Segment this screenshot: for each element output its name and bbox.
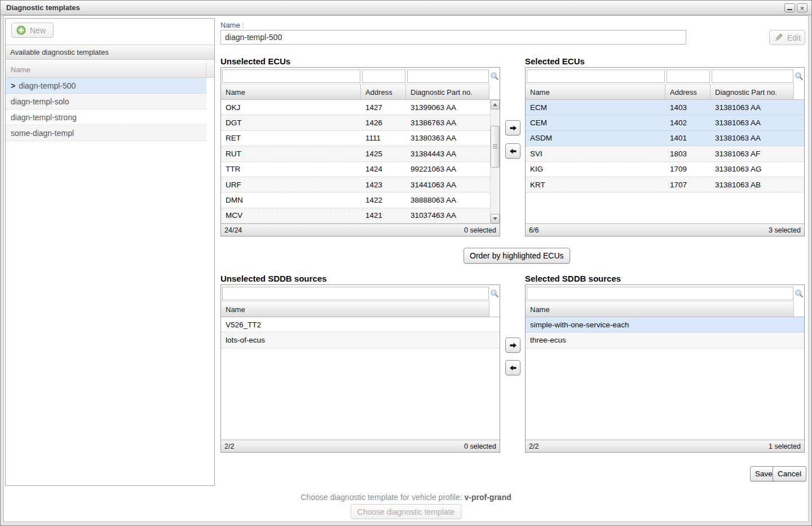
scroll-thumb[interactable] xyxy=(491,126,500,168)
selection-counter: 3 selected xyxy=(769,226,801,234)
vehicle-profile-text: Choose diagnostic template for vehicle p… xyxy=(301,493,462,502)
column-header[interactable]: Address xyxy=(665,84,710,100)
sidebar-template-item[interactable]: diagn-templ-solo xyxy=(6,94,206,109)
filter-input[interactable] xyxy=(362,69,405,83)
table-row[interactable]: RET111131380363 AA xyxy=(221,131,490,146)
table-cell: CEM xyxy=(526,119,665,127)
table-row[interactable]: MCV142131037463 AA xyxy=(221,208,490,223)
table-row[interactable]: URF142331441063 AA xyxy=(221,177,490,192)
vehicle-profile-line: Choose diagnostic template for vehicle p… xyxy=(1,493,811,502)
table-row[interactable]: V526_TT2 xyxy=(221,317,500,332)
table-cell: 1401 xyxy=(665,134,710,142)
table-cell: 31381063 AA xyxy=(710,103,794,112)
sidebar-template-item[interactable]: >diagn-templ-500 xyxy=(6,78,206,94)
row-counter: 2/2 xyxy=(224,442,234,450)
move-sddb-left-button[interactable] xyxy=(505,360,520,375)
scroll-down-button[interactable] xyxy=(491,214,500,223)
filter-input[interactable] xyxy=(667,69,710,83)
row-counter: 24/24 xyxy=(224,226,242,234)
table-cell: 31381063 AG xyxy=(710,165,794,173)
filter-input[interactable] xyxy=(222,69,360,83)
table-cell: 1707 xyxy=(665,181,710,189)
column-header[interactable]: Diagnostic Part no. xyxy=(710,84,794,100)
table-body: simple-with-one-service-eachthree-ecus xyxy=(526,317,804,440)
move-sddb-right-button[interactable] xyxy=(505,337,520,353)
table-row[interactable]: simple-with-one-service-each xyxy=(526,317,804,332)
table-cell: TTR xyxy=(221,165,361,173)
table-row[interactable]: three-ecus xyxy=(526,332,804,348)
table-row[interactable]: KIG170931381063 AG xyxy=(526,162,804,177)
sidebar-template-item[interactable]: diagn-templ-strong xyxy=(6,109,206,125)
move-ecu-right-button[interactable] xyxy=(505,120,520,135)
choose-button-label: Choose diagnostic template xyxy=(358,507,455,516)
sidebar-name-column-header[interactable]: Name xyxy=(6,62,214,78)
choose-template-button[interactable]: Choose diagnostic template xyxy=(351,504,462,519)
table-cell: 1422 xyxy=(361,196,406,204)
table-row[interactable]: OKJ142731399063 AA xyxy=(221,100,490,115)
save-button-label: Save xyxy=(755,470,773,478)
edit-button[interactable]: Edit xyxy=(769,30,805,45)
table-cell: 1425 xyxy=(361,150,406,158)
table-footer: 2/2 1 selected xyxy=(526,440,804,452)
table-row[interactable]: DGT142631386763 AA xyxy=(221,115,490,130)
title-bar: Diagnostic templates × xyxy=(1,1,811,15)
table-cell: 31399063 AA xyxy=(406,103,489,112)
table-cell: 1111 xyxy=(361,134,406,142)
filter-input[interactable] xyxy=(527,287,793,300)
table-cell: DGT xyxy=(221,119,361,127)
template-name-input[interactable] xyxy=(220,30,686,45)
table-cell: 31381063 AA xyxy=(710,134,794,142)
search-icon xyxy=(490,289,499,298)
name-field-label: Name : xyxy=(220,21,244,29)
search-icon xyxy=(490,72,499,81)
column-header[interactable]: Name xyxy=(221,301,489,317)
new-template-button[interactable]: New xyxy=(11,23,54,38)
table-footer: 6/6 3 selected xyxy=(526,223,804,236)
move-ecu-left-button[interactable] xyxy=(505,143,520,159)
table-cell: 31441063 AA xyxy=(406,181,489,189)
pencil-icon xyxy=(774,33,783,42)
search-icon xyxy=(795,72,804,81)
order-by-highlighted-button[interactable]: Order by highlighted ECUs xyxy=(464,248,570,264)
filter-input[interactable] xyxy=(712,69,793,83)
scrollbar[interactable] xyxy=(490,100,500,223)
selected-ecus-table: Name Address Diagnostic Part no. ECM1403… xyxy=(525,67,805,236)
selected-sddb-title: Selected SDDB sources xyxy=(525,274,621,283)
table-row[interactable]: KRT170731381063 AB xyxy=(526,177,804,192)
table-row[interactable]: DMN142238888063 AA xyxy=(221,192,490,208)
unselected-ecus-table: Name Address Diagnostic Part no. OKJ1427… xyxy=(220,67,500,236)
table-cell: 1803 xyxy=(665,150,710,158)
filter-input[interactable] xyxy=(222,287,489,300)
column-header[interactable]: Diagnostic Part no. xyxy=(406,84,489,100)
table-row[interactable]: RUT142531384443 AA xyxy=(221,146,490,161)
table-row[interactable]: ASDM140131381063 AA xyxy=(526,131,804,146)
cancel-button-label: Cancel xyxy=(778,470,801,478)
table-cell: KIG xyxy=(526,165,665,173)
table-cell: 38888063 AA xyxy=(406,196,489,204)
templates-sidebar: New Available diagnostic templates Name … xyxy=(5,18,215,486)
table-row[interactable]: CEM140231381063 AA xyxy=(526,115,804,130)
column-header[interactable]: Address xyxy=(361,84,406,100)
table-row[interactable]: lots-of-ecus xyxy=(221,332,500,348)
column-header[interactable]: Name xyxy=(526,301,794,317)
table-row[interactable]: SVI180331381063 AF xyxy=(526,146,804,161)
column-header[interactable]: Name xyxy=(221,84,361,100)
unselected-sddb-table: Name V526_TT2lots-of-ecus 2/2 0 selected xyxy=(220,284,500,453)
table-body: ECM140331381063 AACEM140231381063 AAASDM… xyxy=(526,100,804,223)
table-row[interactable]: TTR142499221063 AA xyxy=(221,162,490,177)
scroll-up-button[interactable] xyxy=(491,100,500,109)
filter-input[interactable] xyxy=(527,69,665,83)
app-window: Diagnostic templates × New Available dia… xyxy=(0,0,812,526)
cancel-button[interactable]: Cancel xyxy=(773,466,806,481)
filter-input[interactable] xyxy=(407,69,489,83)
filter-row xyxy=(526,285,804,301)
close-button[interactable]: × xyxy=(797,3,807,12)
table-header-row: Name Address Diagnostic Part no. xyxy=(526,84,804,100)
minimize-button[interactable] xyxy=(784,3,795,12)
sidebar-template-item[interactable]: some-diagn-templ xyxy=(6,125,206,141)
table-row[interactable]: ECM140331381063 AA xyxy=(526,100,804,115)
table-cell: 31380363 AA xyxy=(406,134,489,142)
edit-button-label: Edit xyxy=(787,33,801,42)
table-cell: RET xyxy=(221,134,361,142)
column-header[interactable]: Name xyxy=(526,84,665,100)
